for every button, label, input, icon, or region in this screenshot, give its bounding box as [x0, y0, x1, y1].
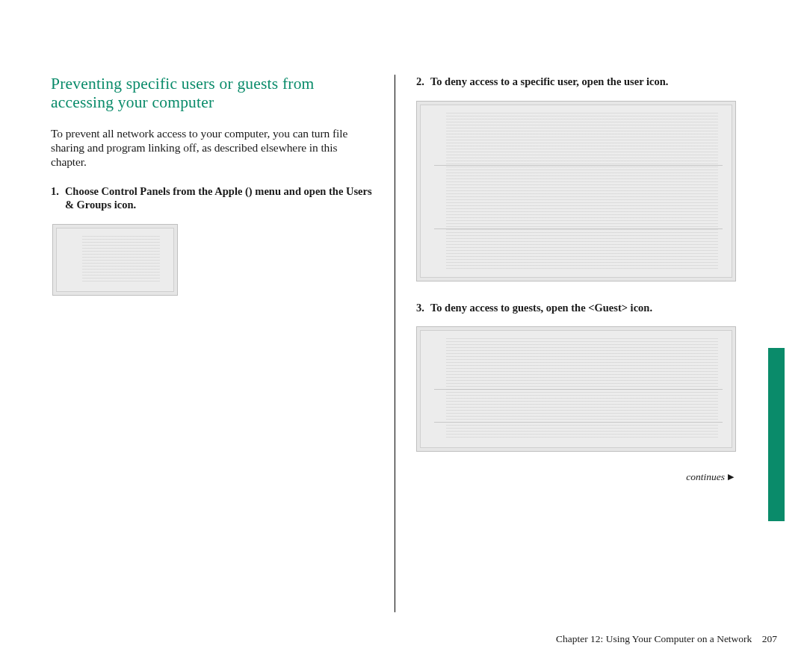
- thumb-tab: [768, 348, 785, 521]
- page-number: 207: [762, 633, 777, 644]
- screenshot-placeholder: [420, 330, 732, 448]
- step-number: 2.: [416, 75, 424, 89]
- step-2: 2. To deny access to a specific user, op…: [416, 75, 738, 89]
- step-number: 3.: [416, 301, 424, 315]
- step-text: To deny access to a specific user, open …: [430, 75, 738, 89]
- step-3: 3. To deny access to guests, open the <G…: [416, 301, 738, 315]
- section-heading: Preventing specific users or guests from…: [51, 75, 374, 113]
- continues-label: continues: [686, 471, 725, 482]
- left-column: Preventing specific users or guests from…: [51, 75, 395, 612]
- right-column: 2. To deny access to a specific user, op…: [395, 75, 738, 612]
- step-number: 1.: [51, 184, 59, 212]
- step-1: 1. Choose Control Panels from the Apple …: [51, 184, 374, 212]
- screenshot-placeholder: [56, 228, 174, 292]
- two-column-layout: Preventing specific users or guests from…: [51, 75, 777, 612]
- continues-arrow-icon: ▶: [728, 472, 734, 481]
- screenshot-user-icon: [416, 101, 736, 281]
- step-text-part-a: Choose Control Panels from the Apple (: [65, 185, 249, 197]
- step-text: To deny access to guests, open the <Gues…: [430, 301, 738, 315]
- intro-paragraph: To prevent all network access to your co…: [51, 126, 374, 169]
- screenshot-users-groups: [52, 224, 178, 296]
- page-footer: Chapter 12: Using Your Computer on a Net…: [0, 633, 777, 645]
- screenshot-guest-icon: [416, 326, 736, 452]
- step-text: Choose Control Panels from the Apple () …: [65, 184, 374, 212]
- document-page: Preventing specific users or guests from…: [0, 0, 807, 672]
- continues-indicator: continues▶: [416, 471, 738, 483]
- chapter-title: Chapter 12: Using Your Computer on a Net…: [556, 633, 752, 644]
- screenshot-placeholder: [420, 105, 732, 278]
